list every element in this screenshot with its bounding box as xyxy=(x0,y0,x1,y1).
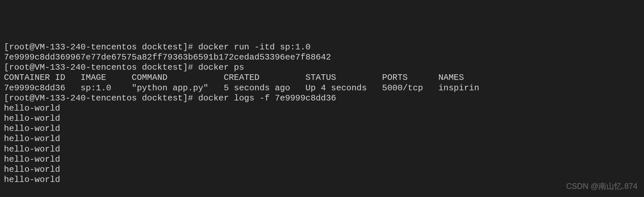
terminal-line: [root@VM-133-240-tencentos docktest]# do… xyxy=(4,63,640,73)
terminal-line: hello-world xyxy=(4,144,640,154)
shell-output: hello-world xyxy=(4,103,60,113)
shell-prompt: [root@VM-133-240-tencentos docktest]# xyxy=(4,63,198,72)
shell-output: 7e9999c8dd36 sp:1.0 "python app.py" 5 se… xyxy=(4,83,479,93)
terminal-line: CONTAINER ID IMAGE COMMAND CREATED STATU… xyxy=(4,73,640,83)
shell-command: docker ps xyxy=(198,63,244,72)
shell-command: docker run -itd sp:1.0 xyxy=(198,42,311,52)
terminal-line: [root@VM-133-240-tencentos docktest]# do… xyxy=(4,42,640,52)
terminal-line: hello-world xyxy=(4,103,640,114)
shell-command: docker logs -f 7e9999c8dd36 xyxy=(198,93,336,103)
shell-output: hello-world xyxy=(4,144,60,154)
terminal-line: 7e9999c8dd36 sp:1.0 "python app.py" 5 se… xyxy=(4,83,640,93)
terminal-line: hello-world xyxy=(4,124,640,134)
shell-prompt: [root@VM-133-240-tencentos docktest]# xyxy=(4,93,198,103)
shell-output: CONTAINER ID IMAGE COMMAND CREATED STATU… xyxy=(4,73,464,82)
shell-output: 7e9999c8dd369967e77de67575a82ff79363b659… xyxy=(4,52,331,62)
shell-output: hello-world xyxy=(4,175,60,185)
terminal-line: hello-world xyxy=(4,114,640,124)
terminal-output[interactable]: [root@VM-133-240-tencentos docktest]# do… xyxy=(4,42,640,185)
terminal-line: [root@VM-133-240-tencentos docktest]# do… xyxy=(4,93,640,103)
shell-output: hello-world xyxy=(4,124,60,134)
shell-output: hello-world xyxy=(4,114,60,123)
terminal-line: hello-world xyxy=(4,154,640,165)
shell-output: hello-world xyxy=(4,154,60,164)
shell-output: hello-world xyxy=(4,165,60,174)
terminal-line: hello-world xyxy=(4,175,640,185)
shell-output: hello-world xyxy=(4,134,60,144)
watermark-text: CSDN @南山忆.874 xyxy=(566,182,637,191)
shell-prompt: [root@VM-133-240-tencentos docktest]# xyxy=(4,42,198,52)
terminal-line: hello-world xyxy=(4,165,640,175)
terminal-line: hello-world xyxy=(4,134,640,144)
terminal-line: 7e9999c8dd369967e77de67575a82ff79363b659… xyxy=(4,52,640,63)
